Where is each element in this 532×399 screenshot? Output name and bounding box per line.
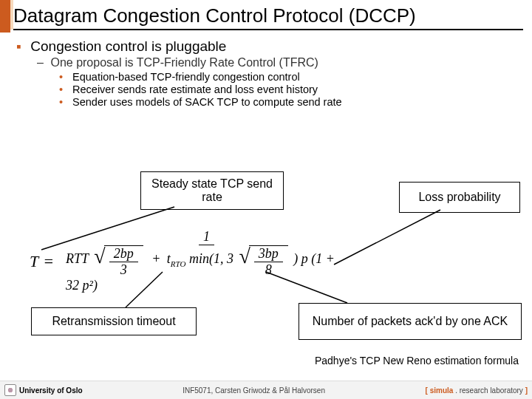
eq-3: 3	[116, 262, 132, 278]
label-box-retransmission-timeout: Retransmission timeout	[31, 307, 197, 335]
bullet-l2-text: One proposal is TCP-Friendly Rate Contro…	[50, 56, 318, 69]
eq-3bp: 3bp	[254, 246, 283, 262]
bullet-level2: – One proposal is TCP-Friendly Rate Cont…	[37, 56, 519, 69]
bullet-level3-a: • Equation-based TCP-friendly congestion…	[59, 71, 519, 83]
label-box-loss-probability: Loss probability	[399, 182, 520, 213]
simula-rest: . research laboratory	[455, 386, 525, 395]
label-box-ack-count: Number of packets ack'd by one ACK	[299, 303, 522, 340]
bullet-l3a-text: Equation-based TCP-friendly congestion c…	[72, 71, 300, 83]
footer-university: University of Oslo	[4, 384, 83, 396]
eq-8: 8	[261, 262, 276, 278]
title-bar: Datagram Congestion Control Protocol (DC…	[13, 4, 523, 30]
dot-bullet-icon: •	[59, 96, 69, 108]
eq-rtt: RTT	[66, 251, 89, 266]
eq-main-fraction: 1 RTT √ 2bp 3 + tRTO min(1,	[61, 229, 352, 293]
eq-denominator: RTT √ 2bp 3 + tRTO min(1, 3	[61, 245, 352, 293]
simula-name: simula	[430, 386, 454, 395]
university-crest-icon	[4, 384, 16, 396]
bullet-l3c-text: Sender uses models of SACK TCP to comput…	[72, 96, 342, 108]
footer-simula: [ simula . research laboratory ]	[426, 386, 528, 395]
formula-caption: Padhye's TCP New Reno estimation formula	[315, 355, 519, 366]
label-box-steady-state: Steady state TCP send rate	[140, 171, 284, 210]
eq-T: T	[30, 252, 38, 271]
bullet-level3-b: • Receiver sends rate estimate and loss …	[59, 83, 519, 95]
slide-title: Datagram Congestion Control Protocol (DC…	[13, 4, 523, 27]
footer-uni-text: University of Oslo	[19, 386, 83, 395]
eq-sqrt1: √ 2bp 3	[94, 245, 143, 278]
square-bullet-icon: ▪	[16, 38, 27, 55]
footer-course: INF5071, Carsten Griwodz & Pål Halvorsen	[183, 386, 325, 395]
eq-rto-sub: RTO	[171, 259, 186, 268]
eq-equals: =	[43, 252, 54, 271]
bracket-close-icon: ]	[525, 386, 528, 395]
dot-bullet-icon: •	[59, 83, 69, 95]
bullet-l1-text: Congestion control is pluggable	[30, 38, 226, 54]
body-text: ▪ Congestion control is pluggable – One …	[16, 38, 519, 109]
dot-bullet-icon: •	[59, 71, 69, 83]
eq-numerator: 1	[199, 229, 214, 245]
bullet-level3-c: • Sender uses models of SACK TCP to comp…	[59, 96, 519, 108]
eq-plus: +	[151, 251, 160, 266]
bullet-l3b-text: Receiver sends rate estimate and loss ev…	[72, 83, 318, 95]
eq-sqrt2: √ 3bp 8	[239, 245, 287, 278]
eq-2bp: 2bp	[109, 246, 138, 262]
eq-min: min(1, 3	[189, 251, 233, 266]
bracket-open-icon: [	[426, 386, 428, 395]
title-accent-front	[0, 0, 10, 33]
dash-bullet-icon: –	[37, 56, 47, 69]
slide-footer: University of Oslo INF5071, Carsten Griw…	[0, 381, 532, 399]
bullet-level1: ▪ Congestion control is pluggable	[16, 38, 519, 55]
tfrc-equation: T = 1 RTT √ 2bp 3 +	[30, 229, 355, 288]
